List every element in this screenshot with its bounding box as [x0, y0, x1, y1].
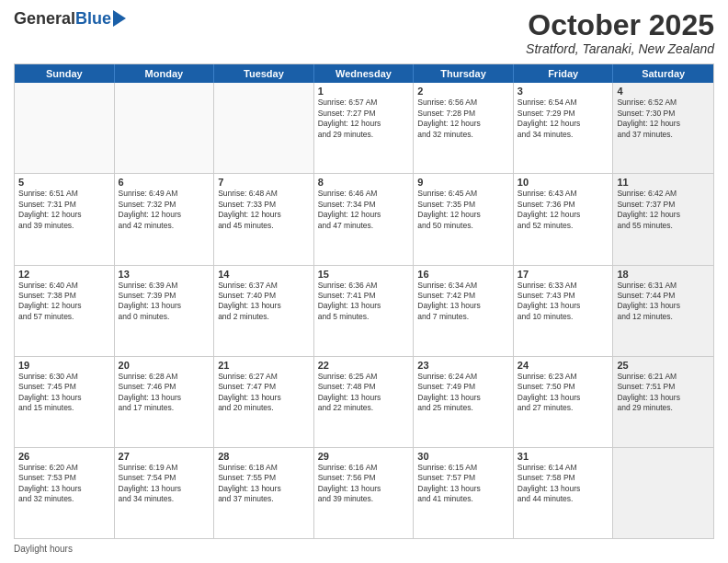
- calendar-cell-3-5: 24Sunrise: 6:23 AM Sunset: 7:50 PM Dayli…: [514, 357, 614, 447]
- cell-info: Sunrise: 6:42 AM Sunset: 7:37 PM Dayligh…: [617, 189, 710, 231]
- day-number: 7: [218, 177, 310, 188]
- logo-arrow-icon: [113, 10, 126, 27]
- day-number: 21: [218, 360, 310, 371]
- cell-info: Sunrise: 6:15 AM Sunset: 7:57 PM Dayligh…: [417, 463, 509, 505]
- cell-info: Sunrise: 6:25 AM Sunset: 7:48 PM Dayligh…: [318, 372, 410, 414]
- cell-info: Sunrise: 6:43 AM Sunset: 7:36 PM Dayligh…: [518, 189, 609, 231]
- calendar-row-1: 5Sunrise: 6:51 AM Sunset: 7:31 PM Daylig…: [15, 173, 713, 264]
- month-title: October 2025: [526, 9, 714, 41]
- logo-general-text: General: [14, 9, 75, 29]
- cell-info: Sunrise: 6:18 AM Sunset: 7:55 PM Dayligh…: [218, 463, 310, 505]
- logo-blue-text: Blue: [75, 9, 111, 29]
- day-number: 8: [318, 177, 410, 188]
- calendar-cell-4-0: 26Sunrise: 6:20 AM Sunset: 7:53 PM Dayli…: [15, 448, 115, 538]
- calendar-cell-3-1: 20Sunrise: 6:28 AM Sunset: 7:46 PM Dayli…: [115, 357, 215, 447]
- day-number: 22: [318, 360, 410, 371]
- header-day-tuesday: Tuesday: [214, 64, 314, 83]
- cell-info: Sunrise: 6:52 AM Sunset: 7:30 PM Dayligh…: [617, 98, 710, 140]
- cell-info: Sunrise: 6:56 AM Sunset: 7:28 PM Dayligh…: [417, 98, 509, 140]
- header-day-wednesday: Wednesday: [314, 64, 415, 83]
- calendar-cell-4-4: 30Sunrise: 6:15 AM Sunset: 7:57 PM Dayli…: [414, 448, 514, 538]
- calendar-cell-2-3: 15Sunrise: 6:36 AM Sunset: 7:41 PM Dayli…: [314, 266, 415, 356]
- calendar-cell-1-6: 11Sunrise: 6:42 AM Sunset: 7:37 PM Dayli…: [613, 174, 713, 264]
- cell-info: Sunrise: 6:54 AM Sunset: 7:29 PM Dayligh…: [518, 98, 609, 140]
- header-day-monday: Monday: [115, 64, 215, 83]
- calendar-cell-3-4: 23Sunrise: 6:24 AM Sunset: 7:49 PM Dayli…: [414, 357, 514, 447]
- day-number: 5: [18, 177, 110, 188]
- calendar-header: SundayMondayTuesdayWednesdayThursdayFrid…: [15, 64, 713, 83]
- calendar-row-3: 19Sunrise: 6:30 AM Sunset: 7:45 PM Dayli…: [15, 356, 713, 447]
- cell-info: Sunrise: 6:33 AM Sunset: 7:43 PM Dayligh…: [518, 281, 609, 323]
- cell-info: Sunrise: 6:57 AM Sunset: 7:27 PM Dayligh…: [318, 98, 410, 140]
- calendar-cell-4-2: 28Sunrise: 6:18 AM Sunset: 7:55 PM Dayli…: [214, 448, 314, 538]
- day-number: 25: [617, 360, 710, 371]
- footer: Daylight hours: [14, 544, 714, 554]
- calendar-cell-1-2: 7Sunrise: 6:48 AM Sunset: 7:33 PM Daylig…: [214, 174, 314, 264]
- calendar-cell-2-1: 13Sunrise: 6:39 AM Sunset: 7:39 PM Dayli…: [115, 266, 215, 356]
- calendar-cell-1-5: 10Sunrise: 6:43 AM Sunset: 7:36 PM Dayli…: [514, 174, 614, 264]
- calendar-body: 1Sunrise: 6:57 AM Sunset: 7:27 PM Daylig…: [15, 83, 713, 538]
- calendar-cell-0-3: 1Sunrise: 6:57 AM Sunset: 7:27 PM Daylig…: [314, 83, 415, 173]
- cell-info: Sunrise: 6:24 AM Sunset: 7:49 PM Dayligh…: [417, 372, 509, 414]
- cell-info: Sunrise: 6:45 AM Sunset: 7:35 PM Dayligh…: [417, 189, 509, 231]
- calendar-cell-1-3: 8Sunrise: 6:46 AM Sunset: 7:34 PM Daylig…: [314, 174, 415, 264]
- day-number: 6: [119, 177, 210, 188]
- calendar-cell-4-3: 29Sunrise: 6:16 AM Sunset: 7:56 PM Dayli…: [314, 448, 415, 538]
- page: General Blue October 2025 Stratford, Tar…: [0, 0, 728, 563]
- day-number: 26: [18, 451, 110, 462]
- calendar-cell-2-2: 14Sunrise: 6:37 AM Sunset: 7:40 PM Dayli…: [214, 266, 314, 356]
- calendar-row-4: 26Sunrise: 6:20 AM Sunset: 7:53 PM Dayli…: [15, 447, 713, 538]
- day-number: 15: [318, 269, 410, 280]
- day-number: 27: [119, 451, 210, 462]
- header: General Blue October 2025 Stratford, Tar…: [14, 9, 714, 56]
- day-number: 20: [119, 360, 210, 371]
- day-number: 16: [417, 269, 509, 280]
- day-number: 1: [318, 86, 410, 97]
- day-number: 19: [18, 360, 110, 371]
- cell-info: Sunrise: 6:28 AM Sunset: 7:46 PM Dayligh…: [119, 372, 210, 414]
- cell-info: Sunrise: 6:34 AM Sunset: 7:42 PM Dayligh…: [417, 281, 509, 323]
- calendar-cell-0-2: [214, 83, 314, 173]
- calendar-cell-3-6: 25Sunrise: 6:21 AM Sunset: 7:51 PM Dayli…: [613, 357, 713, 447]
- cell-info: Sunrise: 6:27 AM Sunset: 7:47 PM Dayligh…: [218, 372, 310, 414]
- location: Stratford, Taranaki, New Zealand: [526, 41, 714, 56]
- day-number: 23: [417, 360, 509, 371]
- day-number: 9: [417, 177, 509, 188]
- cell-info: Sunrise: 6:51 AM Sunset: 7:31 PM Dayligh…: [18, 189, 110, 231]
- calendar-cell-0-5: 3Sunrise: 6:54 AM Sunset: 7:29 PM Daylig…: [514, 83, 614, 173]
- header-day-sunday: Sunday: [15, 64, 115, 83]
- cell-info: Sunrise: 6:37 AM Sunset: 7:40 PM Dayligh…: [218, 281, 310, 323]
- day-number: 24: [518, 360, 609, 371]
- logo: General Blue: [14, 9, 126, 29]
- cell-info: Sunrise: 6:36 AM Sunset: 7:41 PM Dayligh…: [318, 281, 410, 323]
- cell-info: Sunrise: 6:49 AM Sunset: 7:32 PM Dayligh…: [119, 189, 210, 231]
- day-number: 31: [518, 451, 609, 462]
- calendar-cell-3-2: 21Sunrise: 6:27 AM Sunset: 7:47 PM Dayli…: [214, 357, 314, 447]
- calendar-cell-4-6: [613, 448, 713, 538]
- cell-info: Sunrise: 6:20 AM Sunset: 7:53 PM Dayligh…: [18, 463, 110, 505]
- calendar-cell-2-5: 17Sunrise: 6:33 AM Sunset: 7:43 PM Dayli…: [514, 266, 614, 356]
- day-number: 14: [218, 269, 310, 280]
- calendar-cell-4-1: 27Sunrise: 6:19 AM Sunset: 7:54 PM Dayli…: [115, 448, 215, 538]
- day-number: 18: [617, 269, 710, 280]
- calendar-cell-0-0: [15, 83, 115, 173]
- day-number: 3: [518, 86, 609, 97]
- calendar-cell-3-3: 22Sunrise: 6:25 AM Sunset: 7:48 PM Dayli…: [314, 357, 415, 447]
- cell-info: Sunrise: 6:46 AM Sunset: 7:34 PM Dayligh…: [318, 189, 410, 231]
- day-number: 12: [18, 269, 110, 280]
- cell-info: Sunrise: 6:16 AM Sunset: 7:56 PM Dayligh…: [318, 463, 410, 505]
- cell-info: Sunrise: 6:21 AM Sunset: 7:51 PM Dayligh…: [617, 372, 710, 414]
- calendar-cell-0-6: 4Sunrise: 6:52 AM Sunset: 7:30 PM Daylig…: [613, 83, 713, 173]
- calendar-cell-2-4: 16Sunrise: 6:34 AM Sunset: 7:42 PM Dayli…: [414, 266, 514, 356]
- cell-info: Sunrise: 6:48 AM Sunset: 7:33 PM Dayligh…: [218, 189, 310, 231]
- day-number: 17: [518, 269, 609, 280]
- title-block: October 2025 Stratford, Taranaki, New Ze…: [526, 9, 714, 56]
- calendar-cell-0-1: [115, 83, 215, 173]
- calendar-cell-2-6: 18Sunrise: 6:31 AM Sunset: 7:44 PM Dayli…: [613, 266, 713, 356]
- day-number: 2: [417, 86, 509, 97]
- calendar-cell-1-0: 5Sunrise: 6:51 AM Sunset: 7:31 PM Daylig…: [15, 174, 115, 264]
- cell-info: Sunrise: 6:14 AM Sunset: 7:58 PM Dayligh…: [518, 463, 609, 505]
- day-number: 28: [218, 451, 310, 462]
- calendar: SundayMondayTuesdayWednesdayThursdayFrid…: [14, 63, 714, 539]
- cell-info: Sunrise: 6:31 AM Sunset: 7:44 PM Dayligh…: [617, 281, 710, 323]
